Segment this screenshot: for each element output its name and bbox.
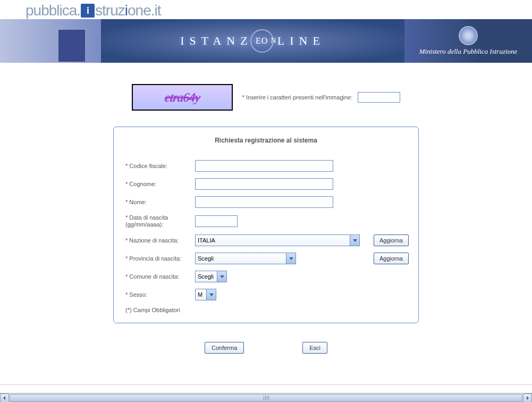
row-provincia: * Provincia di nascita: Scegli Aggiorna <box>123 253 409 264</box>
label-codice-fiscale: * Codice fiscale: <box>123 163 195 169</box>
input-cognome[interactable] <box>195 178 333 190</box>
banner-decor-block <box>58 30 85 62</box>
banner-right: Ministero della Pubblica Istruzione <box>404 19 532 63</box>
logo-text-3: one <box>128 2 151 19</box>
banner-left <box>0 19 101 63</box>
emblem-icon <box>459 26 478 45</box>
banner-title-circle: EO <box>250 29 274 53</box>
banner-title: ISTANZ EO N LINE <box>180 29 325 53</box>
aggiorna-nazione-button[interactable]: Aggiorna <box>374 234 409 246</box>
select-nazione[interactable]: ITALIA <box>195 234 360 246</box>
select-provincia[interactable]: Scegli <box>195 253 296 264</box>
row-nazione: * Nazione di nascita: ITALIA Aggiorna <box>123 234 409 246</box>
page: pubblica . i struz i one .it ISTANZ EO N… <box>0 0 532 385</box>
select-provincia-wrapper: Scegli <box>195 253 296 264</box>
input-nome[interactable] <box>195 196 333 208</box>
label-nazione: * Nazione di nascita: <box>123 237 195 244</box>
label-provincia: * Provincia di nascita: <box>123 255 195 262</box>
banner-center: ISTANZ EO N LINE <box>101 19 404 63</box>
aggiorna-provincia-button[interactable]: Aggiorna <box>374 253 409 264</box>
select-comune[interactable]: Scegli <box>195 271 227 282</box>
label-nome: * Nome: <box>123 199 195 205</box>
form-title: Richiesta registrazione al sistema <box>123 137 409 144</box>
site-logo: pubblica . i struz i one .it <box>26 2 532 19</box>
banner-title-pre: ISTANZ <box>180 34 252 48</box>
banner-title-n: N <box>271 37 277 45</box>
label-data-nascita: * Data di nascita (gg/mm/aaaa): <box>123 214 195 228</box>
esci-button[interactable]: Esci <box>302 342 327 354</box>
captcha-label: * Inserire i caratteri presenti nell'imm… <box>242 94 353 100</box>
select-comune-wrapper: Scegli <box>195 271 227 282</box>
input-codice-fiscale[interactable] <box>195 160 333 172</box>
logo-dot: . <box>77 2 80 19</box>
row-cognome: * Cognome: <box>123 178 409 190</box>
logo-icon: i <box>81 4 95 18</box>
ministry-text: Ministero della Pubblica Istruzione <box>419 47 518 56</box>
row-sesso: * Sesso: M <box>123 289 409 300</box>
conferma-button[interactable]: Conferma <box>205 342 244 354</box>
logo-tld: .it <box>151 2 161 19</box>
row-codice-fiscale: * Codice fiscale: <box>123 160 409 172</box>
banner-title-post: LINE <box>277 34 325 48</box>
main: etra64y * Inserire i caratteri presenti … <box>0 63 532 354</box>
label-sesso: * Sesso: <box>123 291 195 298</box>
select-sesso[interactable]: M <box>195 289 216 300</box>
logo-text-2: struz <box>95 2 125 19</box>
row-data-nascita: * Data di nascita (gg/mm/aaaa): <box>123 214 409 228</box>
select-nazione-wrapper: ITALIA <box>195 234 360 246</box>
captcha-image: etra64y <box>132 84 233 111</box>
content: etra64y * Inserire i caratteri presenti … <box>0 63 532 354</box>
captcha-input[interactable] <box>358 92 400 103</box>
registration-form: Richiesta registrazione al sistema * Cod… <box>113 127 419 323</box>
banner: ISTANZ EO N LINE Ministero della Pubblic… <box>0 19 532 63</box>
select-sesso-wrapper: M <box>195 289 216 300</box>
logo-text-1: pubblica <box>26 2 77 19</box>
captcha-row: etra64y * Inserire i caratteri presenti … <box>132 84 401 111</box>
required-note: (*) Campi Obbligatori <box>123 307 409 313</box>
label-comune: * Comune di nascita: <box>123 273 195 280</box>
input-data-nascita[interactable] <box>195 215 238 227</box>
captcha-text: etra64y <box>164 90 200 105</box>
label-cognome: * Cognome: <box>123 181 195 187</box>
row-comune: * Comune di nascita: Scegli <box>123 271 409 282</box>
row-nome: * Nome: <box>123 196 409 208</box>
header-top: pubblica . i struz i one .it <box>0 0 532 19</box>
button-row: Conferma Esci <box>205 342 327 354</box>
